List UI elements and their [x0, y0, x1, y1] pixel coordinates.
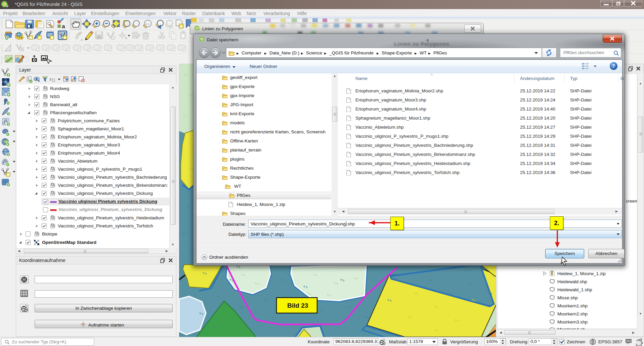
svg-text:a: a [62, 23, 65, 30]
svg-text:1:1: 1:1 [145, 22, 149, 26]
svg-text:Bild 23: Bild 23 [287, 302, 308, 309]
svg-text:ε: ε [50, 77, 52, 82]
